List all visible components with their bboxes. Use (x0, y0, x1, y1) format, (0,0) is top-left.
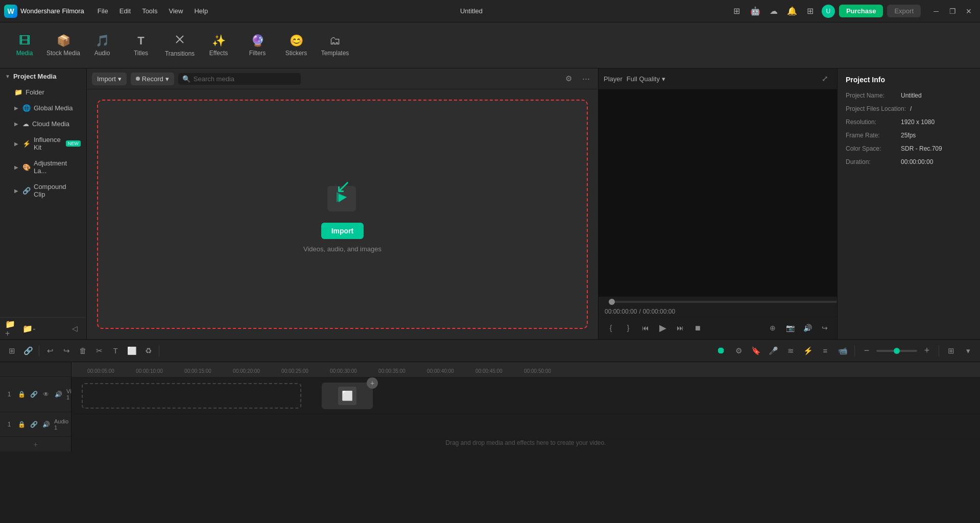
toolbar-separator-3 (854, 345, 855, 356)
toolbar-transitions[interactable]: Transitions (160, 25, 199, 66)
player-settings[interactable]: ↪ (818, 321, 832, 335)
audio-track-link[interactable]: 🔗 (29, 419, 39, 430)
restore-button[interactable]: ❐ (945, 4, 960, 18)
add-folder-icon[interactable]: 📁+ (5, 322, 18, 335)
timeline-cut[interactable]: ✂ (91, 343, 107, 359)
player-prev-frame[interactable]: ⏮ (638, 321, 653, 335)
player-audio[interactable]: 🔊 (800, 321, 815, 335)
zoom-control[interactable] (876, 350, 917, 352)
player-mark-out[interactable]: } (621, 321, 635, 335)
player-mark-in[interactable]: { (604, 321, 618, 335)
timeline-bookmark-icon[interactable]: 🔖 (748, 343, 763, 359)
timeline-grid-icon[interactable]: ⊞ (943, 343, 959, 359)
video-track-lock[interactable]: 🔒 (16, 389, 27, 399)
toolbar-effects[interactable]: ✨ Effects (199, 25, 238, 66)
import-button[interactable]: Import ▾ (92, 73, 127, 85)
menu-help[interactable]: Help (189, 5, 213, 17)
timeline-mic-icon[interactable]: 🎤 (766, 343, 781, 359)
toolbar-filters[interactable]: 🔮 Filters (238, 25, 277, 66)
timeline-mark[interactable]: ♻ (140, 343, 156, 359)
more-options-icon[interactable]: ⋯ (579, 72, 593, 86)
timeline-link-icon[interactable]: 🔗 (20, 343, 36, 359)
menu-view[interactable]: View (163, 5, 188, 17)
media-search[interactable]: 🔍 (178, 73, 301, 85)
sidebar-item-compound-clip[interactable]: ▶ 🔗 Compound Clip (2, 179, 84, 202)
timeline-text[interactable]: T (108, 343, 123, 359)
audio-track-volume[interactable]: 🔊 (41, 419, 51, 430)
ai-icon[interactable]: 🤖 (748, 4, 762, 18)
quality-select[interactable]: Full Quality ▾ (627, 75, 665, 83)
timeline-snap[interactable]: ⚡ (800, 343, 816, 359)
player-progress-track[interactable] (609, 301, 837, 303)
drop-zone[interactable]: ↙ Import Videos, audio, and images (97, 100, 588, 329)
dropzone-import-button[interactable]: Import (321, 223, 364, 239)
zoom-slider[interactable] (876, 350, 917, 352)
timeline-more-icon[interactable]: ▾ (961, 343, 976, 359)
sidebar-item-influence-kit[interactable]: ▶ ⚡ Influence Kit NEW (2, 132, 84, 155)
sidebar-item-adjustment[interactable]: ▶ 🎨 Adjustment La... (2, 156, 84, 178)
audio-track-lock[interactable]: 🔒 (16, 419, 27, 430)
grid-icon[interactable]: ⊞ (803, 4, 818, 18)
zoom-out-icon[interactable]: − (859, 343, 874, 359)
ruler-marks: 00:00:05:00 00:00:10:00 00:00:15:00 00:0… (71, 362, 980, 377)
close-button[interactable]: ✕ (962, 4, 976, 18)
project-name-row: Project Name: Untitled (846, 92, 972, 99)
drag-plus-icon: + (367, 377, 378, 389)
collapse-panel-icon[interactable]: ◁ (68, 322, 81, 335)
drag-media-item[interactable]: ⬜ + (322, 383, 373, 409)
player-stop[interactable]: ⏹ (690, 321, 705, 335)
timeline-redo[interactable]: ↪ (59, 343, 74, 359)
purchase-button[interactable]: Purchase (839, 5, 883, 17)
player-progress-thumb[interactable] (609, 299, 615, 305)
media-toolbar: Import ▾ Record ▾ 🔍 ⚙ ⋯ (87, 68, 598, 89)
export-button[interactable]: Export (887, 5, 921, 17)
video-track-eye[interactable]: 👁 (41, 389, 51, 399)
video-track-link[interactable]: 🔗 (29, 389, 39, 399)
add-track-button[interactable]: + (0, 437, 71, 451)
player-next-frame[interactable]: ⏭ (673, 321, 687, 335)
video-track-volume[interactable]: 🔊 (53, 389, 63, 399)
ruler-mark-3: 00:00:20:00 (222, 368, 271, 375)
filter-icon[interactable]: ⚙ (561, 72, 576, 86)
zoom-in-icon[interactable]: + (919, 343, 935, 359)
timeline-split-audio[interactable]: ≋ (783, 343, 798, 359)
user-avatar[interactable]: U (822, 5, 835, 18)
toolbar-stock-media[interactable]: 📦 Stock Media (44, 25, 83, 66)
timeline-add-track-icon[interactable]: ⊞ (4, 343, 19, 359)
toolbar-stickers[interactable]: 😊 Stickers (277, 25, 316, 66)
menu-tools[interactable]: Tools (137, 5, 162, 17)
player-progress-bar[interactable] (599, 297, 837, 307)
timeline-motion[interactable]: ≡ (818, 343, 833, 359)
timeline-undo[interactable]: ↩ (42, 343, 58, 359)
toolbar-templates[interactable]: 🗂 Templates (316, 25, 354, 66)
player-snapshot[interactable]: 📷 (783, 321, 797, 335)
adjustment-icon: 🎨 (22, 163, 31, 171)
timeline-delete[interactable]: 🗑 (75, 343, 90, 359)
toolbar-audio[interactable]: 🎵 Audio (83, 25, 122, 66)
toolbar-separator-1 (39, 345, 39, 356)
record-button[interactable]: Record ▾ (131, 73, 174, 85)
player-play-button[interactable]: ▶ (656, 321, 670, 335)
toolbar-titles[interactable]: T Titles (122, 25, 160, 66)
timeline-speed-icon[interactable]: ⚙ (731, 343, 746, 359)
layout-icon[interactable]: ⊞ (730, 4, 744, 18)
timeline-record-icon[interactable]: ⏺ (713, 343, 729, 359)
timeline-camera[interactable]: 📹 (835, 343, 850, 359)
toolbar-separator-4 (939, 345, 939, 356)
menu-file[interactable]: File (92, 5, 113, 17)
zoom-thumb[interactable] (894, 348, 900, 354)
player-add-to-timeline[interactable]: ⊕ (766, 321, 780, 335)
notification-icon[interactable]: 🔔 (785, 4, 799, 18)
sidebar-item-folder[interactable]: 📁 Folder (2, 85, 84, 100)
sidebar-item-cloud-media[interactable]: ▶ ☁ Cloud Media (2, 116, 84, 131)
sidebar-item-global-media[interactable]: ▶ 🌐 Global Media (2, 101, 84, 115)
cloud-icon[interactable]: ☁ (767, 4, 781, 18)
timeline-ruler[interactable]: 00:00:05:00 00:00:10:00 00:00:15:00 00:0… (71, 362, 980, 377)
remove-folder-icon[interactable]: 📁- (22, 322, 36, 335)
player-expand-icon[interactable]: ⤢ (818, 72, 832, 86)
menu-edit[interactable]: Edit (114, 5, 136, 17)
toolbar-media[interactable]: 🎞 Media (5, 25, 44, 66)
search-input[interactable] (194, 75, 297, 83)
minimize-button[interactable]: ─ (929, 4, 943, 18)
timeline-crop[interactable]: ⬜ (124, 343, 139, 359)
